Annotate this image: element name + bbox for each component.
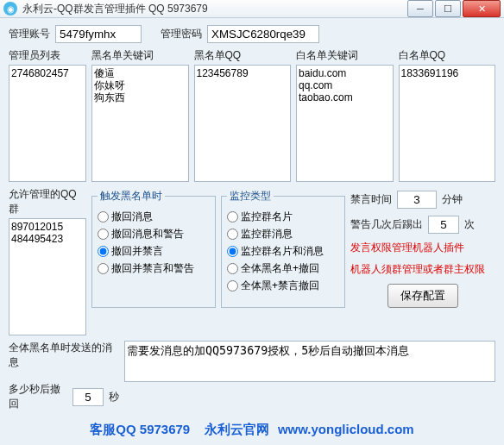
trigger-legend: 触发黑名单时 bbox=[98, 189, 165, 204]
notice-2: 机器人须群管理或者群主权限 bbox=[350, 262, 495, 277]
global-msg-input[interactable] bbox=[124, 341, 495, 382]
trigger-option[interactable]: 撤回并禁言和警告 bbox=[98, 261, 210, 276]
close-button[interactable]: ✕ bbox=[463, 0, 501, 17]
black-qq-list[interactable]: 123456789 bbox=[194, 65, 292, 182]
save-button[interactable]: 保存配置 bbox=[387, 284, 458, 308]
white-qq-label: 白名单QQ bbox=[399, 48, 496, 63]
black-qq-label: 黑名单QQ bbox=[194, 48, 292, 63]
monitor-option[interactable]: 监控群消息 bbox=[227, 227, 339, 241]
admin-list[interactable]: 2746802457 bbox=[9, 65, 86, 182]
monitor-option[interactable]: 全体黑+禁言撤回 bbox=[227, 279, 339, 293]
recall-after-label: 多少秒后撤回 bbox=[9, 382, 67, 411]
ban-time-input[interactable] bbox=[397, 191, 437, 209]
white-kw-list[interactable]: baidu.com qq.com taobao.com bbox=[296, 65, 394, 182]
trigger-option[interactable]: 撤回消息和警告 bbox=[98, 227, 210, 241]
maximize-button[interactable]: ☐ bbox=[435, 0, 461, 17]
recall-after-input[interactable] bbox=[72, 388, 104, 406]
password-input[interactable] bbox=[207, 25, 319, 43]
ban-time-label: 禁言时间 bbox=[350, 192, 392, 207]
password-label: 管理密码 bbox=[161, 27, 202, 41]
footer-site[interactable]: 永利云官网 bbox=[205, 422, 269, 436]
seconds-label: 秒 bbox=[109, 390, 119, 404]
black-kw-list[interactable]: 傻逼 你妹呀 狗东西 bbox=[91, 65, 189, 182]
trigger-group: 触发黑名单时 撤回消息 撤回消息和警告 撤回并禁言 撤回并禁言和警告 bbox=[91, 189, 216, 308]
window-title: 永利云-QQ群发言管理插件 QQ 5973679 bbox=[22, 2, 407, 16]
admin-list-label: 管理员列表 bbox=[9, 48, 86, 63]
kick-after-input[interactable] bbox=[428, 216, 459, 234]
footer-qq[interactable]: 客服QQ 5973679 bbox=[90, 422, 190, 436]
trigger-option[interactable]: 撤回并禁言 bbox=[98, 244, 210, 259]
monitor-option[interactable]: 监控群名片 bbox=[227, 210, 339, 224]
monitor-option[interactable]: 监控群名片和消息 bbox=[227, 244, 339, 259]
white-qq-list[interactable]: 1833691196 bbox=[399, 65, 496, 182]
minutes-label: 分钟 bbox=[442, 192, 463, 207]
account-label: 管理账号 bbox=[9, 27, 50, 41]
black-kw-label: 黑名单关键词 bbox=[91, 48, 189, 63]
notice-1: 发言权限管理机器人插件 bbox=[350, 241, 495, 255]
minimize-button[interactable]: ─ bbox=[407, 0, 433, 17]
app-icon: ◉ bbox=[3, 2, 17, 16]
kick-after-label: 警告几次后踢出 bbox=[350, 217, 423, 232]
global-msg-label: 全体黑名单时发送的消息 bbox=[9, 341, 119, 370]
account-input[interactable] bbox=[55, 25, 142, 43]
times-label: 次 bbox=[464, 217, 475, 232]
allow-groups-label: 允许管理的QQ群 bbox=[9, 187, 86, 216]
monitor-group: 监控类型 监控群名片 监控群消息 监控群名片和消息 全体黑名单+撤回 全体黑+禁… bbox=[221, 189, 345, 308]
monitor-legend: 监控类型 bbox=[227, 189, 274, 204]
footer-url[interactable]: www.yonglicloud.com bbox=[278, 422, 414, 436]
trigger-option[interactable]: 撤回消息 bbox=[98, 210, 210, 224]
allow-groups-list[interactable]: 897012015 484495423 bbox=[9, 218, 86, 335]
monitor-option[interactable]: 全体黑名单+撤回 bbox=[227, 261, 339, 276]
white-kw-label: 白名单关键词 bbox=[296, 48, 394, 63]
